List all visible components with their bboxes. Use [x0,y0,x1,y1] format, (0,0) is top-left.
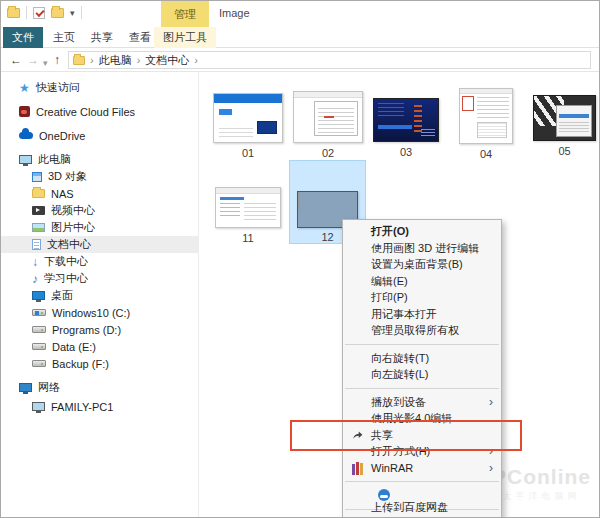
computer-icon [32,402,45,411]
tab-home[interactable]: 主页 [45,27,83,48]
file-thumbnail-11[interactable]: 11 [215,187,281,244]
sidebar-item-drive-f[interactable]: Backup (F:) [1,355,198,372]
menu-item-share[interactable]: 共享 [343,427,501,444]
explorer-window: ▾ 管理 Image 文件 主页 共享 查看 图片工具 ← → ▾ ↑ › 此电… [0,0,600,518]
menu-item-print[interactable]: 打印(P) [343,289,501,306]
menu-item-open-with-notepad[interactable]: 用记事本打开 [343,306,501,323]
submenu-chevron-icon: › [489,394,493,411]
menu-item-edit[interactable]: 编辑(E) [343,273,501,290]
baidu-netdisk-icon [378,489,390,501]
menu-item-take-ownership[interactable]: 管理员取得所有权 [343,322,501,339]
submenu-chevron-icon: › [489,443,493,460]
manage-contextual-tab[interactable]: 管理 [161,1,209,27]
menu-item-rotate-left[interactable]: 向左旋转(L) [343,366,501,383]
menu-item-rotate-right[interactable]: 向右旋转(T) [343,350,501,367]
file-label: 04 [480,148,492,160]
file-label: 12 [321,231,333,243]
tab-share[interactable]: 共享 [83,27,121,48]
back-arrow-icon[interactable]: ← [10,52,22,68]
file-label: 11 [242,232,253,244]
document-icon [32,239,41,250]
folder-icon [32,189,45,198]
address-breadcrumb-box[interactable]: › 此电脑 › 文档中心 › [68,51,591,69]
history-dropdown-icon[interactable]: ▾ [43,55,48,71]
file-label: 02 [322,147,334,159]
picture-icon [32,223,45,232]
thumbnail-image [213,93,283,143]
sidebar-item-nas[interactable]: NAS [1,185,198,202]
sidebar-item-quick-access[interactable]: ★快速访问 [1,79,198,96]
breadcrumb-this-pc[interactable]: 此电脑 [99,53,132,68]
menu-item-send-via-qq[interactable]: 通过QQ发送到 [343,515,501,518]
folder-icon[interactable] [7,8,20,18]
sidebar-item-download-center[interactable]: ↓下载中心 [1,253,198,270]
video-icon [32,206,45,215]
file-thumbnail-05[interactable]: 05 [533,95,596,157]
sidebar-item-document-center[interactable]: 文档中心 [1,236,198,253]
sidebar-item-drive-e[interactable]: Data (E:) [1,338,198,355]
sidebar-item-study-center[interactable]: ♪学习中心 [1,270,198,287]
sidebar-item-family-pc1[interactable]: FAMILY-PC1 [1,398,198,415]
sidebar-item-creative-cloud-files[interactable]: Creative Cloud Files [1,103,198,120]
menu-item-edit-with-guangying[interactable]: 使用光影4.0编辑 [343,410,501,427]
menu-item-upload-to-baidu-netdisk[interactable]: 上传到百度网盘 [343,487,501,504]
menu-separator [345,481,499,482]
menu-item-set-as-desktop-background[interactable]: 设置为桌面背景(B) [343,256,501,273]
context-menu: 打开(O) 使用画图 3D 进行编辑 设置为桌面背景(B) 编辑(E) 打印(P… [342,219,502,518]
tab-picture-tools[interactable]: 图片工具 [154,27,216,48]
sidebar-item-3d-objects[interactable]: 3D 对象 [1,168,198,185]
quick-access-toolbar: ▾ [7,6,82,19]
menu-item-open-with[interactable]: 打开方式(H)› [343,443,501,460]
menu-separator [345,388,499,389]
folder-icon [73,56,85,65]
file-thumbnail-04[interactable]: 04 [459,88,513,160]
sidebar-item-onedrive[interactable]: OneDrive [1,127,198,144]
file-label: 05 [558,145,570,157]
system-drive-icon [32,309,46,316]
sidebar-item-network[interactable]: 网络 [1,379,198,396]
sidebar-item-video-center[interactable]: 视频中心 [1,202,198,219]
toolbar-separator [26,6,27,19]
sidebar-item-drive-c[interactable]: Windows10 (C:) [1,304,198,321]
onedrive-cloud-icon [19,132,33,139]
thumbnail-image [293,91,363,143]
watermark-subtitle-text: 太平洋电脑网 [492,490,591,503]
file-thumbnail-03[interactable]: 03 [373,98,439,158]
watermark-logo-text: PConline [492,465,591,489]
breadcrumb-chevron-icon: › [137,54,141,66]
tab-file[interactable]: 文件 [3,27,43,48]
sidebar-item-picture-center[interactable]: 图片中心 [1,219,198,236]
file-thumbnail-01[interactable]: 01 [213,93,283,159]
properties-icon[interactable] [33,7,45,19]
file-label: 01 [242,147,254,159]
thumbnail-image [533,95,596,141]
menu-item-edit-with-paint3d[interactable]: 使用画图 3D 进行编辑 [343,240,501,257]
title-bar: ▾ 管理 Image [1,1,599,27]
ribbon-tab-bar: 文件 主页 共享 查看 图片工具 [1,27,599,48]
file-label: 03 [400,146,412,158]
file-thumbnail-02[interactable]: 02 [293,91,363,159]
menu-item-winrar[interactable]: WinRAR› [343,460,501,477]
forward-arrow-icon[interactable]: → [27,52,39,68]
sidebar-item-desktop[interactable]: 桌面 [1,287,198,304]
star-icon: ★ [19,81,30,95]
pconline-watermark: PConline 太平洋电脑网 [492,465,591,503]
sidebar-item-drive-d[interactable]: Programs (D:) [1,321,198,338]
chevron-down-icon[interactable]: ▾ [70,8,75,18]
menu-item-open[interactable]: 打开(O) [343,223,501,240]
computer-icon [19,155,32,164]
creative-cloud-icon [19,106,30,117]
menu-separator [345,344,499,345]
up-arrow-icon[interactable]: ↑ [54,52,60,68]
menu-item-play-to-device[interactable]: 播放到设备› [343,394,501,411]
thumbnail-image [215,187,281,228]
winrar-icon [350,462,364,475]
navigation-pane: ★快速访问 Creative Cloud Files OneDrive 此电脑 … [1,72,199,517]
address-bar-row: ← → ▾ ↑ › 此电脑 › 文档中心 › [1,48,599,72]
breadcrumb-document-center[interactable]: 文档中心 [145,53,189,68]
new-folder-icon[interactable] [51,8,64,18]
toolbar-separator [81,6,82,19]
sidebar-item-this-pc[interactable]: 此电脑 [1,151,198,168]
share-icon [350,429,364,442]
desktop-icon [32,291,45,300]
